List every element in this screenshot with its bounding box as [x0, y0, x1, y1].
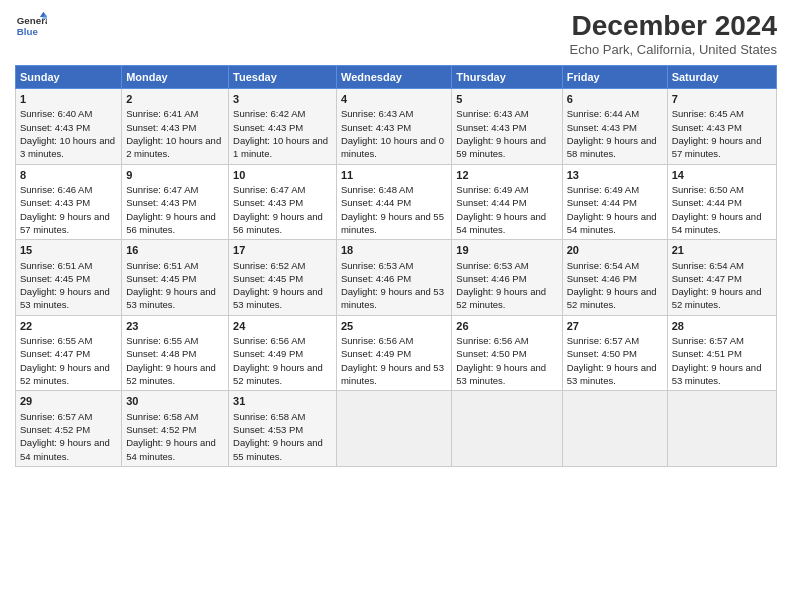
day-number: 22	[20, 319, 117, 334]
day-number: 20	[567, 243, 663, 258]
sunset-text: Sunset: 4:51 PM	[672, 348, 742, 359]
calendar-cell: 4Sunrise: 6:43 AMSunset: 4:43 PMDaylight…	[336, 89, 451, 165]
header-row: Sunday Monday Tuesday Wednesday Thursday…	[16, 66, 777, 89]
sunset-text: Sunset: 4:43 PM	[126, 197, 196, 208]
sunset-text: Sunset: 4:43 PM	[233, 197, 303, 208]
sunrise-text: Sunrise: 6:56 AM	[341, 335, 413, 346]
daylight-text: Daylight: 10 hours and 3 minutes.	[20, 135, 115, 159]
calendar-cell: 24Sunrise: 6:56 AMSunset: 4:49 PMDayligh…	[229, 315, 337, 391]
daylight-text: Daylight: 9 hours and 56 minutes.	[126, 211, 216, 235]
day-number: 30	[126, 394, 224, 409]
calendar-cell	[667, 391, 776, 467]
sunset-text: Sunset: 4:49 PM	[341, 348, 411, 359]
calendar-cell: 30Sunrise: 6:58 AMSunset: 4:52 PMDayligh…	[122, 391, 229, 467]
daylight-text: Daylight: 9 hours and 53 minutes.	[341, 286, 444, 310]
calendar-cell: 2Sunrise: 6:41 AMSunset: 4:43 PMDaylight…	[122, 89, 229, 165]
sunset-text: Sunset: 4:43 PM	[233, 122, 303, 133]
daylight-text: Daylight: 9 hours and 53 minutes.	[672, 362, 762, 386]
sunset-text: Sunset: 4:45 PM	[20, 273, 90, 284]
sunset-text: Sunset: 4:45 PM	[233, 273, 303, 284]
calendar-cell: 18Sunrise: 6:53 AMSunset: 4:46 PMDayligh…	[336, 240, 451, 316]
logo: General Blue	[15, 10, 47, 42]
calendar-cell: 5Sunrise: 6:43 AMSunset: 4:43 PMDaylight…	[452, 89, 562, 165]
daylight-text: Daylight: 9 hours and 53 minutes.	[567, 362, 657, 386]
sunset-text: Sunset: 4:50 PM	[456, 348, 526, 359]
calendar-cell: 6Sunrise: 6:44 AMSunset: 4:43 PMDaylight…	[562, 89, 667, 165]
sunrise-text: Sunrise: 6:43 AM	[456, 108, 528, 119]
calendar-cell: 26Sunrise: 6:56 AMSunset: 4:50 PMDayligh…	[452, 315, 562, 391]
day-number: 29	[20, 394, 117, 409]
sunset-text: Sunset: 4:52 PM	[126, 424, 196, 435]
day-number: 28	[672, 319, 772, 334]
col-wednesday: Wednesday	[336, 66, 451, 89]
sunset-text: Sunset: 4:44 PM	[341, 197, 411, 208]
calendar-week-3: 15Sunrise: 6:51 AMSunset: 4:45 PMDayligh…	[16, 240, 777, 316]
daylight-text: Daylight: 9 hours and 53 minutes.	[341, 362, 444, 386]
calendar-cell: 15Sunrise: 6:51 AMSunset: 4:45 PMDayligh…	[16, 240, 122, 316]
sunrise-text: Sunrise: 6:47 AM	[126, 184, 198, 195]
day-number: 4	[341, 92, 447, 107]
sunset-text: Sunset: 4:52 PM	[20, 424, 90, 435]
sunset-text: Sunset: 4:44 PM	[456, 197, 526, 208]
day-number: 1	[20, 92, 117, 107]
sunset-text: Sunset: 4:48 PM	[126, 348, 196, 359]
sunrise-text: Sunrise: 6:48 AM	[341, 184, 413, 195]
calendar-cell: 28Sunrise: 6:57 AMSunset: 4:51 PMDayligh…	[667, 315, 776, 391]
day-number: 26	[456, 319, 557, 334]
daylight-text: Daylight: 9 hours and 52 minutes.	[233, 362, 323, 386]
sunset-text: Sunset: 4:44 PM	[672, 197, 742, 208]
svg-text:Blue: Blue	[17, 26, 39, 37]
sunrise-text: Sunrise: 6:41 AM	[126, 108, 198, 119]
sunrise-text: Sunrise: 6:50 AM	[672, 184, 744, 195]
logo-icon: General Blue	[15, 10, 47, 42]
daylight-text: Daylight: 9 hours and 57 minutes.	[672, 135, 762, 159]
calendar-cell: 8Sunrise: 6:46 AMSunset: 4:43 PMDaylight…	[16, 164, 122, 240]
sunset-text: Sunset: 4:47 PM	[20, 348, 90, 359]
day-number: 24	[233, 319, 332, 334]
sunrise-text: Sunrise: 6:40 AM	[20, 108, 92, 119]
sunrise-text: Sunrise: 6:52 AM	[233, 260, 305, 271]
sunrise-text: Sunrise: 6:42 AM	[233, 108, 305, 119]
day-number: 23	[126, 319, 224, 334]
daylight-text: Daylight: 9 hours and 53 minutes.	[233, 286, 323, 310]
calendar-table: Sunday Monday Tuesday Wednesday Thursday…	[15, 65, 777, 467]
sunrise-text: Sunrise: 6:54 AM	[567, 260, 639, 271]
calendar-cell: 21Sunrise: 6:54 AMSunset: 4:47 PMDayligh…	[667, 240, 776, 316]
day-number: 7	[672, 92, 772, 107]
calendar-week-1: 1Sunrise: 6:40 AMSunset: 4:43 PMDaylight…	[16, 89, 777, 165]
calendar-cell: 22Sunrise: 6:55 AMSunset: 4:47 PMDayligh…	[16, 315, 122, 391]
sunset-text: Sunset: 4:49 PM	[233, 348, 303, 359]
calendar-cell: 27Sunrise: 6:57 AMSunset: 4:50 PMDayligh…	[562, 315, 667, 391]
sunrise-text: Sunrise: 6:53 AM	[456, 260, 528, 271]
sunset-text: Sunset: 4:43 PM	[672, 122, 742, 133]
sunrise-text: Sunrise: 6:47 AM	[233, 184, 305, 195]
calendar-cell: 11Sunrise: 6:48 AMSunset: 4:44 PMDayligh…	[336, 164, 451, 240]
calendar-cell: 12Sunrise: 6:49 AMSunset: 4:44 PMDayligh…	[452, 164, 562, 240]
day-number: 8	[20, 168, 117, 183]
calendar-cell: 16Sunrise: 6:51 AMSunset: 4:45 PMDayligh…	[122, 240, 229, 316]
day-number: 9	[126, 168, 224, 183]
sunrise-text: Sunrise: 6:55 AM	[20, 335, 92, 346]
calendar-cell: 3Sunrise: 6:42 AMSunset: 4:43 PMDaylight…	[229, 89, 337, 165]
sunrise-text: Sunrise: 6:51 AM	[126, 260, 198, 271]
day-number: 17	[233, 243, 332, 258]
calendar-cell: 20Sunrise: 6:54 AMSunset: 4:46 PMDayligh…	[562, 240, 667, 316]
calendar-cell: 7Sunrise: 6:45 AMSunset: 4:43 PMDaylight…	[667, 89, 776, 165]
sunrise-text: Sunrise: 6:43 AM	[341, 108, 413, 119]
calendar-cell	[562, 391, 667, 467]
daylight-text: Daylight: 9 hours and 56 minutes.	[233, 211, 323, 235]
sunset-text: Sunset: 4:43 PM	[126, 122, 196, 133]
calendar-cell: 14Sunrise: 6:50 AMSunset: 4:44 PMDayligh…	[667, 164, 776, 240]
col-tuesday: Tuesday	[229, 66, 337, 89]
sunrise-text: Sunrise: 6:46 AM	[20, 184, 92, 195]
col-friday: Friday	[562, 66, 667, 89]
day-number: 21	[672, 243, 772, 258]
sunset-text: Sunset: 4:46 PM	[341, 273, 411, 284]
day-number: 5	[456, 92, 557, 107]
daylight-text: Daylight: 9 hours and 52 minutes.	[567, 286, 657, 310]
day-number: 31	[233, 394, 332, 409]
daylight-text: Daylight: 9 hours and 52 minutes.	[456, 286, 546, 310]
sunset-text: Sunset: 4:45 PM	[126, 273, 196, 284]
calendar-cell: 19Sunrise: 6:53 AMSunset: 4:46 PMDayligh…	[452, 240, 562, 316]
sunrise-text: Sunrise: 6:58 AM	[233, 411, 305, 422]
